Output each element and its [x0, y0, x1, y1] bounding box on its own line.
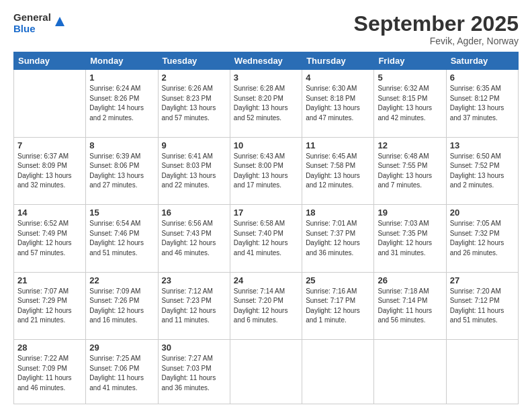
day-info: Sunrise: 6:50 AMSunset: 7:52 PMDaylight:… [450, 152, 515, 191]
month-title: September 2025 [354, 12, 519, 36]
table-row: 25Sunrise: 7:16 AMSunset: 7:17 PMDayligh… [302, 272, 374, 339]
col-friday: Friday [374, 52, 446, 70]
col-monday: Monday [86, 52, 158, 70]
logo-triangle-icon [52, 14, 67, 29]
day-info: Sunrise: 7:14 AMSunset: 7:20 PMDaylight:… [234, 287, 298, 326]
day-info: Sunrise: 6:26 AMSunset: 8:23 PMDaylight:… [162, 84, 226, 123]
day-info: Sunrise: 7:03 AMSunset: 7:35 PMDaylight:… [378, 219, 442, 258]
day-number: 13 [450, 140, 515, 150]
table-row [230, 340, 302, 404]
day-number: 17 [234, 208, 298, 218]
table-row: 4Sunrise: 6:30 AMSunset: 8:18 PMDaylight… [302, 70, 374, 137]
day-number: 14 [17, 208, 82, 218]
calendar-table: Sunday Monday Tuesday Wednesday Thursday… [13, 52, 519, 404]
table-row: 7Sunrise: 6:37 AMSunset: 8:09 PMDaylight… [14, 137, 86, 204]
day-info: Sunrise: 6:54 AMSunset: 7:46 PMDaylight:… [89, 219, 154, 258]
table-row: 2Sunrise: 6:26 AMSunset: 8:23 PMDaylight… [158, 70, 230, 137]
day-number: 16 [162, 208, 226, 218]
day-info: Sunrise: 7:09 AMSunset: 7:26 PMDaylight:… [89, 287, 154, 326]
day-number: 23 [162, 275, 226, 285]
table-row: 8Sunrise: 6:39 AMSunset: 8:06 PMDaylight… [86, 137, 158, 204]
logo-blue: Blue [13, 24, 51, 35]
day-number: 5 [378, 73, 442, 83]
day-number: 21 [17, 275, 82, 285]
table-row: 6Sunrise: 6:35 AMSunset: 8:12 PMDaylight… [446, 70, 518, 137]
day-number: 29 [89, 342, 154, 353]
table-row: 20Sunrise: 7:05 AMSunset: 7:32 PMDayligh… [446, 205, 518, 272]
table-row: 24Sunrise: 7:14 AMSunset: 7:20 PMDayligh… [230, 272, 302, 339]
day-info: Sunrise: 7:07 AMSunset: 7:29 PMDaylight:… [17, 287, 82, 326]
table-row: 3Sunrise: 6:28 AMSunset: 8:20 PMDaylight… [230, 70, 302, 137]
day-number: 11 [306, 140, 370, 150]
day-number: 22 [89, 275, 154, 285]
table-row: 5Sunrise: 6:32 AMSunset: 8:15 PMDaylight… [374, 70, 446, 137]
table-row [302, 340, 374, 404]
col-saturday: Saturday [446, 52, 518, 70]
day-number: 28 [17, 342, 82, 353]
day-info: Sunrise: 7:01 AMSunset: 7:37 PMDaylight:… [306, 219, 370, 258]
table-row: 18Sunrise: 7:01 AMSunset: 7:37 PMDayligh… [302, 205, 374, 272]
day-number: 30 [162, 342, 226, 353]
day-number: 25 [306, 275, 370, 285]
table-row: 21Sunrise: 7:07 AMSunset: 7:29 PMDayligh… [14, 272, 86, 339]
col-tuesday: Tuesday [158, 52, 230, 70]
day-number: 1 [89, 73, 154, 83]
svg-marker-0 [55, 17, 64, 26]
day-info: Sunrise: 7:25 AMSunset: 7:06 PMDaylight:… [89, 354, 154, 393]
table-row: 16Sunrise: 6:56 AMSunset: 7:43 PMDayligh… [158, 205, 230, 272]
table-row: 22Sunrise: 7:09 AMSunset: 7:26 PMDayligh… [86, 272, 158, 339]
day-info: Sunrise: 6:58 AMSunset: 7:40 PMDaylight:… [234, 219, 298, 258]
title-block: September 2025 Fevik, Agder, Norway [354, 12, 519, 46]
col-thursday: Thursday [302, 52, 374, 70]
table-row: 10Sunrise: 6:43 AMSunset: 8:00 PMDayligh… [230, 137, 302, 204]
day-number: 2 [162, 73, 226, 83]
day-info: Sunrise: 6:43 AMSunset: 8:00 PMDaylight:… [234, 152, 298, 191]
day-number: 15 [89, 208, 154, 218]
day-info: Sunrise: 7:12 AMSunset: 7:23 PMDaylight:… [162, 287, 226, 326]
day-number: 10 [234, 140, 298, 150]
logo-general: General [13, 12, 51, 24]
table-row [446, 340, 518, 404]
table-row: 26Sunrise: 7:18 AMSunset: 7:14 PMDayligh… [374, 272, 446, 339]
table-row: 11Sunrise: 6:45 AMSunset: 7:58 PMDayligh… [302, 137, 374, 204]
day-number: 9 [162, 140, 226, 150]
day-info: Sunrise: 7:18 AMSunset: 7:14 PMDaylight:… [378, 287, 442, 326]
day-info: Sunrise: 6:39 AMSunset: 8:06 PMDaylight:… [89, 152, 154, 191]
day-number: 20 [450, 208, 515, 218]
table-row: 29Sunrise: 7:25 AMSunset: 7:06 PMDayligh… [86, 340, 158, 404]
day-info: Sunrise: 6:35 AMSunset: 8:12 PMDaylight:… [450, 84, 515, 123]
table-row: 27Sunrise: 7:20 AMSunset: 7:12 PMDayligh… [446, 272, 518, 339]
table-row: 12Sunrise: 6:48 AMSunset: 7:55 PMDayligh… [374, 137, 446, 204]
day-number: 18 [306, 208, 370, 218]
day-number: 27 [450, 275, 515, 285]
day-info: Sunrise: 6:32 AMSunset: 8:15 PMDaylight:… [378, 84, 442, 123]
logo: General Blue [13, 12, 67, 34]
table-row: 9Sunrise: 6:41 AMSunset: 8:03 PMDaylight… [158, 137, 230, 204]
table-row: 13Sunrise: 6:50 AMSunset: 7:52 PMDayligh… [446, 137, 518, 204]
table-row: 14Sunrise: 6:52 AMSunset: 7:49 PMDayligh… [14, 205, 86, 272]
calendar-header-row: Sunday Monday Tuesday Wednesday Thursday… [14, 52, 519, 70]
day-info: Sunrise: 6:28 AMSunset: 8:20 PMDaylight:… [234, 84, 298, 123]
day-info: Sunrise: 6:45 AMSunset: 7:58 PMDaylight:… [306, 152, 370, 191]
table-row: 17Sunrise: 6:58 AMSunset: 7:40 PMDayligh… [230, 205, 302, 272]
table-row [374, 340, 446, 404]
day-number: 3 [234, 73, 298, 83]
header: General Blue September 2025 Fevik, Agder… [13, 12, 519, 46]
day-number: 26 [378, 275, 442, 285]
day-number: 8 [89, 140, 154, 150]
table-row: 19Sunrise: 7:03 AMSunset: 7:35 PMDayligh… [374, 205, 446, 272]
day-info: Sunrise: 6:37 AMSunset: 8:09 PMDaylight:… [17, 152, 82, 191]
table-row: 30Sunrise: 7:27 AMSunset: 7:03 PMDayligh… [158, 340, 230, 404]
day-number: 12 [378, 140, 442, 150]
table-row: 15Sunrise: 6:54 AMSunset: 7:46 PMDayligh… [86, 205, 158, 272]
table-row [14, 70, 86, 137]
day-info: Sunrise: 7:27 AMSunset: 7:03 PMDaylight:… [162, 354, 226, 393]
day-info: Sunrise: 7:16 AMSunset: 7:17 PMDaylight:… [306, 287, 370, 326]
day-number: 19 [378, 208, 442, 218]
day-info: Sunrise: 6:52 AMSunset: 7:49 PMDaylight:… [17, 219, 82, 258]
day-number: 24 [234, 275, 298, 285]
day-number: 6 [450, 73, 515, 83]
col-wednesday: Wednesday [230, 52, 302, 70]
day-info: Sunrise: 6:56 AMSunset: 7:43 PMDaylight:… [162, 219, 226, 258]
table-row: 1Sunrise: 6:24 AMSunset: 8:26 PMDaylight… [86, 70, 158, 137]
